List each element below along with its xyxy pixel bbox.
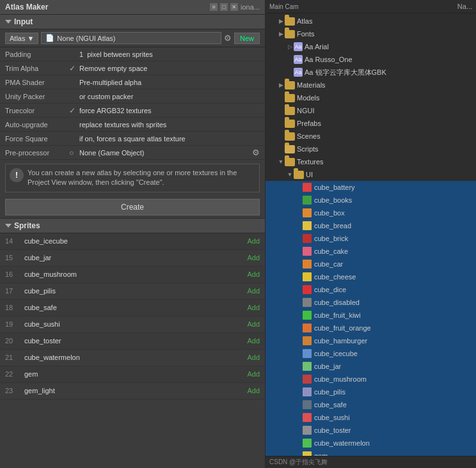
tree-item[interactable]: cube_fruit_orange: [266, 322, 476, 334]
tree-item[interactable]: cube_jar: [266, 360, 476, 373]
info-text: You can create a new atlas by selecting …: [28, 168, 255, 188]
tree-item[interactable]: ▷ Aa Aa Arial: [266, 40, 476, 53]
tree-item-label: cube_box: [314, 209, 345, 217]
pre-processor-label: Pre-processor: [5, 149, 69, 157]
tree-item[interactable]: cube_icecube: [266, 347, 476, 360]
tree-item[interactable]: ▼ Textures: [266, 155, 476, 168]
tree-view[interactable]: ▶ Atlas ▶ Fonts ▷ Aa Aa Arial Aa Aa Russ…: [266, 13, 476, 456]
add-sprite-button[interactable]: Add: [247, 237, 260, 245]
new-button[interactable]: New: [234, 33, 260, 44]
add-sprite-button[interactable]: Add: [247, 354, 260, 361]
atlas-row: Atlas ▼ 📄 None (NGUI Atlas) ⚙ New: [0, 29, 265, 47]
add-sprite-button[interactable]: Add: [247, 387, 260, 394]
tree-item[interactable]: cube_cake: [266, 245, 476, 258]
tree-item-label: Materials: [297, 81, 326, 89]
info-box: ! You can create a new atlas by selectin…: [5, 164, 260, 192]
tree-item[interactable]: cube_car: [266, 258, 476, 270]
tree-item[interactable]: cube_box: [266, 207, 476, 219]
tree-item[interactable]: ▶ Atlas: [266, 15, 476, 27]
tree-item[interactable]: cube_fruit_kiwi: [266, 309, 476, 322]
maximize-button[interactable]: □: [220, 3, 228, 11]
add-sprite-button[interactable]: Add: [247, 254, 260, 261]
tree-item-label: cube_icecube: [314, 350, 358, 357]
sprite-icon: [303, 247, 312, 256]
pre-processor-settings-icon[interactable]: ⚙: [252, 148, 260, 157]
tree-item-label: Fonts: [297, 30, 315, 38]
tree-item-label: Aa Arial: [305, 43, 329, 51]
tree-arrow-icon: ▼: [286, 171, 294, 178]
tree-item[interactable]: Scripts: [266, 143, 476, 155]
add-sprite-button[interactable]: Add: [247, 304, 260, 311]
tree-item[interactable]: gem: [266, 449, 476, 456]
tree-item[interactable]: ▶ Fonts: [266, 27, 476, 40]
list-item: 21 cube_watermelon Add: [0, 350, 265, 366]
tree-item[interactable]: Scenes: [266, 130, 476, 143]
tree-item[interactable]: cube_hamburger: [266, 334, 476, 347]
tree-item-label: Textures: [297, 158, 324, 166]
tree-item-label: cube_toster: [314, 426, 351, 434]
add-sprite-button[interactable]: Add: [247, 337, 260, 345]
tree-item-label: NGUI: [297, 107, 315, 114]
tree-item[interactable]: cube_safe: [266, 398, 476, 411]
tree-item-label: cube_brick: [314, 235, 348, 242]
add-sprite-button[interactable]: Add: [247, 320, 260, 328]
folder-icon: [285, 145, 295, 153]
sprite-number: 23: [5, 387, 24, 394]
tree-item[interactable]: cube_sushi: [266, 411, 476, 424]
add-sprite-button[interactable]: Add: [247, 287, 260, 295]
tree-item[interactable]: cube_books: [266, 194, 476, 207]
atlas-value-field[interactable]: 📄 None (NGUI Atlas): [41, 32, 221, 44]
trim-alpha-check[interactable]: ✓: [69, 64, 79, 73]
tree-item-label: cube_battery: [314, 183, 355, 191]
tree-item-label: cube_mushroom: [314, 375, 367, 383]
force-square-label: Force Square: [5, 135, 69, 143]
tree-item[interactable]: ▼ UI: [266, 168, 476, 181]
sprite-name: cube_pilis: [24, 287, 247, 295]
sprite-number: 18: [5, 304, 24, 311]
tree-item[interactable]: cube_brick: [266, 232, 476, 245]
tree-item[interactable]: NGUI: [266, 104, 476, 117]
settings-gear-icon[interactable]: ⚙: [224, 33, 232, 43]
atlas-maker-panel: Atlas Maker ≡ □ ✕ iona... Input Atlas ▼ …: [0, 0, 266, 468]
na-label: Na...: [457, 3, 472, 10]
sprite-name: cube_safe: [24, 304, 247, 311]
close-button[interactable]: ✕: [230, 3, 238, 11]
menu-button[interactable]: ≡: [210, 3, 218, 11]
tree-item[interactable]: cube_battery: [266, 181, 476, 194]
tree-item[interactable]: Aa Aa 锐字云字库大黑体GBK: [266, 66, 476, 79]
tree-item[interactable]: cube_watermelon: [266, 437, 476, 449]
sprite-number: 16: [5, 270, 24, 278]
tree-item[interactable]: cube_cheese: [266, 270, 476, 283]
tree-item[interactable]: ▶ Materials: [266, 79, 476, 91]
add-sprite-button[interactable]: Add: [247, 370, 260, 378]
tree-item[interactable]: cube_mushroom: [266, 373, 476, 386]
tree-item[interactable]: cube_disabled: [266, 296, 476, 309]
sprite-icon: [303, 375, 312, 384]
tree-item-label: Aa Russo_One: [305, 56, 353, 63]
list-item: 22 gem Add: [0, 366, 265, 383]
truecolor-check[interactable]: ✓: [69, 106, 79, 115]
list-item: 18 cube_safe Add: [0, 300, 265, 316]
sprite-number: 22: [5, 370, 24, 378]
sprites-list[interactable]: 14 cube_icecube Add 15 cube_jar Add 16 c…: [0, 233, 265, 468]
list-item: 15 cube_jar Add: [0, 250, 265, 267]
tree-item[interactable]: Aa Aa Russo_One: [266, 53, 476, 66]
tree-item[interactable]: cube_pilis: [266, 386, 476, 398]
tree-item-label: cube_cheese: [314, 273, 356, 281]
auto-upgrade-row: Auto-upgrade replace textures with sprit…: [0, 118, 265, 132]
tree-item-label: Aa 锐字云字库大黑体GBK: [305, 68, 386, 77]
tree-item[interactable]: cube_bread: [266, 219, 476, 232]
atlas-type-dropdown[interactable]: Atlas ▼: [5, 33, 38, 44]
tree-item[interactable]: cube_dice: [266, 283, 476, 296]
create-button[interactable]: Create: [5, 199, 260, 215]
list-item: 23 gem_light Add: [0, 383, 265, 400]
file-icon: 📄: [45, 34, 54, 42]
tree-item[interactable]: cube_toster: [266, 424, 476, 437]
sprite-name: cube_icecube: [24, 237, 247, 245]
add-sprite-button[interactable]: Add: [247, 270, 260, 278]
font-icon: Aa: [294, 68, 303, 77]
tree-item[interactable]: Models: [266, 91, 476, 104]
sprite-icon: [303, 387, 312, 396]
tree-item[interactable]: Prefabs: [266, 117, 476, 130]
padding-row: Padding 1 pixel between sprites: [0, 47, 265, 61]
